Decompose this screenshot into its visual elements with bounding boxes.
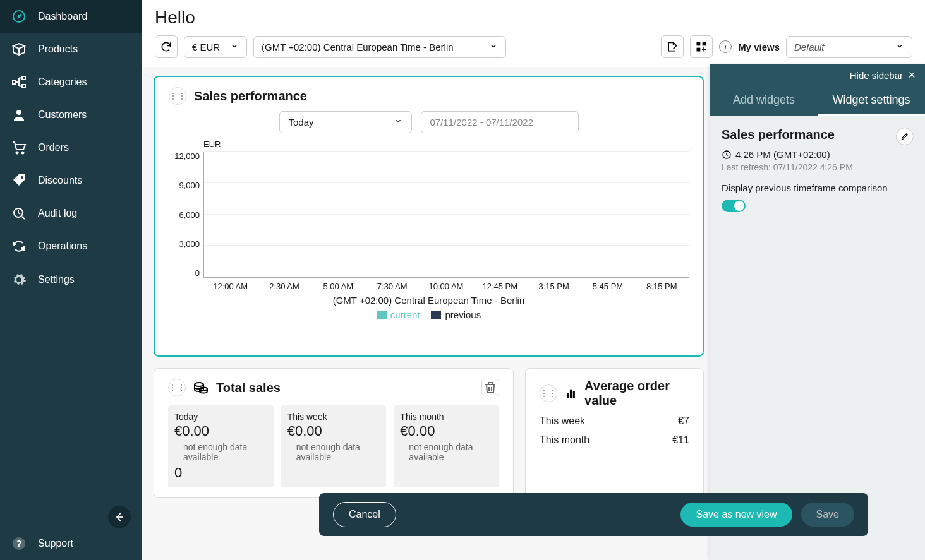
sidebar-item-settings[interactable]: Settings <box>0 263 142 296</box>
sidebar-label: Operations <box>38 241 87 252</box>
help-icon: ? <box>11 536 27 551</box>
drag-handle[interactable]: ⋮⋮ <box>540 384 557 402</box>
save-bar: Cancel Save as new view Save <box>319 493 868 536</box>
chevron-down-icon <box>394 117 402 128</box>
settings-option-label: Display previous timeframe comparison <box>722 182 914 193</box>
sidebar-item-operations[interactable]: Operations <box>0 230 142 263</box>
save-button[interactable]: Save <box>801 503 854 527</box>
avg-row: This week€7 <box>540 415 689 427</box>
settings-time: 4:26 PM (GMT+02:00) <box>722 149 914 160</box>
svg-rect-14 <box>697 48 701 52</box>
sales-chart: EUR 12,0009,0006,0003,0000 12:00 AM2:30 … <box>169 140 689 320</box>
sidebar-item-products[interactable]: Products <box>0 33 142 66</box>
svg-rect-3 <box>22 76 25 80</box>
arrow-left-icon <box>113 511 126 523</box>
box-icon <box>11 42 27 57</box>
hide-sidebar-button[interactable]: Hide sidebar ✕ <box>710 64 925 86</box>
comparison-toggle[interactable] <box>722 200 746 212</box>
add-widget-button[interactable] <box>690 35 713 58</box>
operations-icon <box>11 239 27 254</box>
sidebar-item-categories[interactable]: Categories <box>0 66 142 98</box>
sidebar-label: Discounts <box>38 175 82 186</box>
svg-point-8 <box>21 176 23 179</box>
gear-icon <box>11 272 27 287</box>
total-sales-card: ⋮⋮ Total sales Today€0.00not enough data… <box>154 368 514 498</box>
page-header: Hello € EUR (GMT +02:00) Central Europea… <box>142 0 925 67</box>
svg-point-7 <box>22 152 24 154</box>
sidebar-label: Support <box>38 538 73 549</box>
card-title: Average order value <box>584 379 689 408</box>
view-select[interactable]: Default <box>786 36 912 58</box>
drag-handle[interactable]: ⋮⋮ <box>169 87 186 105</box>
chart-y-axis: 12,0009,0006,0003,0000 <box>169 152 203 278</box>
svg-rect-18 <box>570 390 572 398</box>
stat-col: Today€0.00not enough data available0 <box>168 405 274 487</box>
timezone-select[interactable]: (GMT +02:00) Central European Time - Ber… <box>253 36 506 58</box>
settings-widget-title: Sales performance <box>722 128 835 142</box>
chart-x-axis: 12:00 AM2:30 AM5:00 AM7:30 AM10:00 AM12:… <box>203 282 689 291</box>
legend-item-current: current <box>377 309 420 320</box>
main-content: Hello € EUR (GMT +02:00) Central Europea… <box>142 0 925 560</box>
bar-chart-icon <box>565 386 577 400</box>
sidebar-item-auditlog[interactable]: Audit log <box>0 197 142 230</box>
info-icon[interactable]: i <box>719 40 732 53</box>
stat-col: This week€0.00not enough data available <box>281 405 387 487</box>
currency-value: € EUR <box>192 42 220 52</box>
audit-icon <box>11 206 27 221</box>
svg-rect-12 <box>697 42 701 46</box>
sidebar-item-customers[interactable]: Customers <box>0 98 142 131</box>
tag-icon <box>11 173 27 188</box>
period-select[interactable]: Today <box>279 111 412 133</box>
sidebar-label: Orders <box>38 142 69 153</box>
timezone-value: (GMT +02:00) Central European Time - Ber… <box>262 42 454 52</box>
view-value: Default <box>794 42 825 52</box>
chart-plot-area <box>203 152 689 278</box>
export-icon <box>666 40 679 53</box>
sidebar-item-orders[interactable]: Orders <box>0 131 142 164</box>
user-icon <box>11 107 27 122</box>
cancel-button[interactable]: Cancel <box>333 502 396 527</box>
clock-icon <box>722 150 732 160</box>
chart-tz-note: (GMT +02:00) Central European Time - Ber… <box>169 295 689 306</box>
collapse-sidebar-button[interactable] <box>108 506 131 528</box>
refresh-button[interactable] <box>155 35 178 58</box>
my-views-label: i My views <box>719 40 780 53</box>
svg-rect-2 <box>13 81 16 84</box>
legend-item-previous: previous <box>431 309 481 320</box>
trash-icon <box>483 380 498 395</box>
avg-order-value-card: ⋮⋮ Average order value This week€7This m… <box>525 368 704 498</box>
widget-settings-panel: Hide sidebar ✕ Add widgets Widget settin… <box>710 64 925 560</box>
header-controls: € EUR (GMT +02:00) Central European Time… <box>155 35 912 58</box>
tab-widget-settings[interactable]: Widget settings <box>818 86 925 116</box>
currency-select[interactable]: € EUR <box>184 36 247 58</box>
date-range-input[interactable]: 07/11/2022 - 07/11/2022 <box>421 111 579 133</box>
edit-title-button[interactable] <box>896 128 914 145</box>
chevron-down-icon <box>895 42 904 52</box>
chart-y-label: EUR <box>203 140 689 149</box>
drag-handle[interactable]: ⋮⋮ <box>168 379 186 396</box>
export-button[interactable] <box>661 35 684 58</box>
sidebar-item-support[interactable]: ? Support <box>0 527 142 560</box>
chevron-down-icon <box>230 42 239 52</box>
sales-performance-card[interactable]: ⋮⋮ Sales performance Today 07/11/2022 - … <box>154 76 704 357</box>
sidebar-label: Products <box>38 44 78 55</box>
sidebar-label: Dashboard <box>38 11 87 22</box>
sidebar-label: Audit log <box>38 208 77 219</box>
sidebar-label: Customers <box>38 109 87 121</box>
stat-col: This month€0.00not enough data available <box>394 405 499 487</box>
pencil-icon <box>900 132 909 141</box>
sidebar-item-dashboard[interactable]: Dashboard <box>0 0 142 33</box>
main-sidebar: Dashboard Products Categories Customers … <box>0 0 142 560</box>
sidebar-item-discounts[interactable]: Discounts <box>0 164 142 197</box>
svg-rect-19 <box>573 391 575 398</box>
delete-widget-button[interactable] <box>481 379 499 396</box>
save-as-new-view-button[interactable]: Save as new view <box>680 503 792 527</box>
card-title: Total sales <box>216 381 281 395</box>
chevron-down-icon <box>489 42 498 52</box>
close-icon: ✕ <box>908 69 916 81</box>
tab-add-widgets[interactable]: Add widgets <box>710 86 818 116</box>
svg-point-5 <box>16 110 21 115</box>
refresh-icon <box>160 40 172 53</box>
svg-rect-4 <box>22 85 25 88</box>
sidebar-label: Settings <box>38 274 75 285</box>
